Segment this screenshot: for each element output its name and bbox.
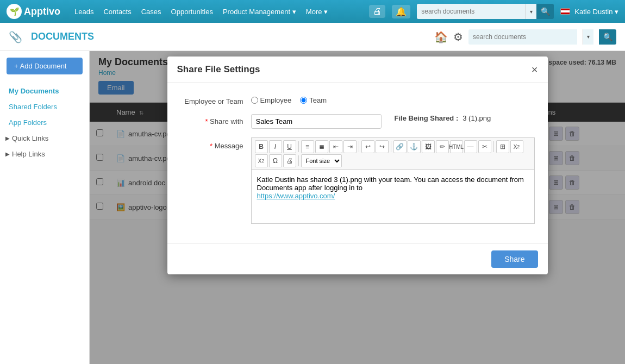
toolbar-separator-1 [298, 141, 299, 152]
settings-icon[interactable]: ⚙ [453, 30, 463, 43]
employee-or-team-row: Employee or Team Employee Team [180, 94, 535, 105]
help-links-arrow: ▶ [5, 151, 10, 157]
radio-employee[interactable]: Employee [251, 96, 292, 104]
italic-button[interactable]: I [269, 140, 282, 153]
edit-button[interactable]: ✏ [436, 140, 449, 153]
subscript-button[interactable]: X2 [510, 140, 523, 153]
nav-opportunities[interactable]: Opportunities [171, 8, 213, 16]
search-bar: ▾ 🔍 [417, 4, 554, 19]
table-button[interactable]: ⊞ [496, 140, 509, 153]
file-being-shared-label: File Being Shared : [395, 114, 459, 122]
user-menu[interactable]: Katie Dustin ▾ [560, 8, 618, 16]
add-document-button[interactable]: + Add Document [7, 58, 83, 74]
font-size-select[interactable]: Font size [301, 154, 342, 167]
bold-button[interactable]: B [255, 140, 268, 153]
superscript-button[interactable]: X2 [255, 154, 268, 167]
file-being-shared-section: File Being Shared : 3 (1).png [395, 114, 491, 122]
nav-product-management[interactable]: Product Management ▾ [223, 8, 296, 16]
radio-employee-label: Employee [260, 96, 292, 104]
sidebar-item-quick-links[interactable]: ▶ Quick Links [0, 130, 89, 146]
nav-more[interactable]: More ▾ [306, 8, 328, 16]
radio-employee-input[interactable] [251, 97, 258, 104]
search-button[interactable]: 🔍 [536, 4, 554, 19]
printer-icon[interactable]: 🖨 [369, 5, 385, 18]
logo-text: Apptivo [24, 6, 60, 17]
nav-contacts[interactable]: Contacts [103, 8, 131, 16]
redo-button[interactable]: ↪ [376, 140, 389, 153]
search-input[interactable] [417, 4, 526, 19]
nav-leads[interactable]: Leads [74, 8, 93, 16]
content-area: My Documents Total space used: 76.13 MB … [90, 51, 625, 364]
top-navigation: 🌱 Apptivo Leads Contacts Cases Opportuni… [0, 0, 625, 23]
cut-button[interactable]: ✂ [478, 140, 491, 153]
share-file-modal: Share File Settings × Employee or Team E… [167, 57, 548, 274]
rte-toolbar: B I U ≡ ≣ ⇤ ⇥ ↩ ↪ [251, 137, 535, 170]
radio-team-input[interactable] [300, 97, 307, 104]
documents-title: DOCUMENTS [31, 31, 94, 42]
modal-overlay: Share File Settings × Employee or Team E… [90, 51, 625, 364]
radio-group-employee-team: Employee Team [251, 94, 327, 104]
indent-button[interactable]: ⇥ [343, 140, 357, 153]
rte-content[interactable]: Katie Dustin has shared 3 (1).png with y… [251, 170, 535, 224]
notification-icon[interactable]: 🔔 [392, 5, 410, 18]
share-with-row: Share with File Being Shared : 3 (1).png [180, 114, 535, 129]
message-link[interactable]: https://www.apptivo.com/ [257, 192, 335, 200]
logo[interactable]: 🌱 Apptivo [7, 4, 60, 19]
quick-links-arrow: ▶ [5, 135, 10, 141]
link-button[interactable]: 🔗 [393, 140, 407, 153]
message-row: Message B I U ≡ ≣ ⇤ ⇥ [180, 137, 535, 224]
share-button[interactable]: Share [491, 250, 538, 268]
sidebar-item-app-folders[interactable]: App Folders [0, 115, 89, 130]
radio-team[interactable]: Team [300, 96, 327, 104]
nav-cases[interactable]: Cases [141, 8, 161, 16]
modal-footer: Share [167, 243, 548, 274]
docs-search-button[interactable]: 🔍 [599, 29, 616, 45]
close-button[interactable]: × [532, 64, 538, 75]
sidebar-item-shared-folders[interactable]: Shared Folders [0, 99, 89, 115]
paperclip-icon: 📎 [9, 30, 22, 43]
employee-team-label: Employee or Team [180, 94, 251, 105]
radio-team-label: Team [309, 96, 327, 104]
logo-icon: 🌱 [7, 4, 22, 19]
toolbar-separator-5 [298, 155, 299, 166]
hr-button[interactable]: — [464, 140, 477, 153]
toolbar-separator-3 [391, 141, 391, 152]
main-layout: + Add Document My Documents Shared Folde… [0, 51, 625, 364]
help-links-label: Help Links [12, 150, 45, 158]
message-editor: B I U ≡ ≣ ⇤ ⇥ ↩ ↪ [251, 137, 535, 224]
print-button[interactable]: 🖨 [283, 154, 296, 167]
flag-icon [560, 8, 570, 15]
toolbar-separator-4 [493, 141, 494, 152]
undo-button[interactable]: ↩ [361, 140, 374, 153]
search-caret-btn[interactable]: ▾ [526, 4, 536, 19]
toolbar-separator-2 [359, 141, 359, 152]
outdent-button[interactable]: ⇤ [329, 140, 342, 153]
sidebar-item-my-documents[interactable]: My Documents [0, 83, 89, 99]
sidebar-item-help-links[interactable]: ▶ Help Links [0, 146, 89, 162]
html-button[interactable]: HTML [450, 140, 463, 153]
docs-search-input[interactable] [468, 29, 577, 45]
image-button[interactable]: 🖼 [422, 140, 435, 153]
home-icon[interactable]: 🏠 [434, 30, 448, 43]
special-char-button[interactable]: Ω [269, 154, 282, 167]
ordered-list-button[interactable]: ≣ [315, 140, 328, 153]
message-label: Message [180, 137, 251, 150]
share-with-input[interactable] [251, 114, 382, 129]
sidebar: + Add Document My Documents Shared Folde… [0, 51, 90, 364]
modal-title: Share File Settings [177, 64, 260, 75]
unordered-list-button[interactable]: ≡ [301, 140, 314, 153]
nav-right-section: 🖨 🔔 ▾ 🔍 Katie Dustin ▾ [369, 4, 618, 19]
modal-header: Share File Settings × [167, 57, 548, 83]
anchor-button[interactable]: ⚓ [408, 140, 421, 153]
message-text: Katie Dustin has shared 3 (1).png with y… [257, 175, 524, 192]
documents-header: 📎 DOCUMENTS 🏠 ⚙ ▾ 🔍 [0, 23, 625, 51]
docs-header-right: 🏠 ⚙ ▾ 🔍 [434, 29, 616, 45]
user-name: Katie Dustin ▾ [574, 8, 618, 16]
share-with-label: Share with [180, 114, 251, 125]
docs-search-caret[interactable]: ▾ [583, 29, 593, 45]
modal-body: Employee or Team Employee Team [167, 83, 548, 243]
quick-links-label: Quick Links [12, 134, 48, 142]
file-name: 3 (1).png [462, 114, 491, 122]
underline-button[interactable]: U [283, 140, 296, 153]
